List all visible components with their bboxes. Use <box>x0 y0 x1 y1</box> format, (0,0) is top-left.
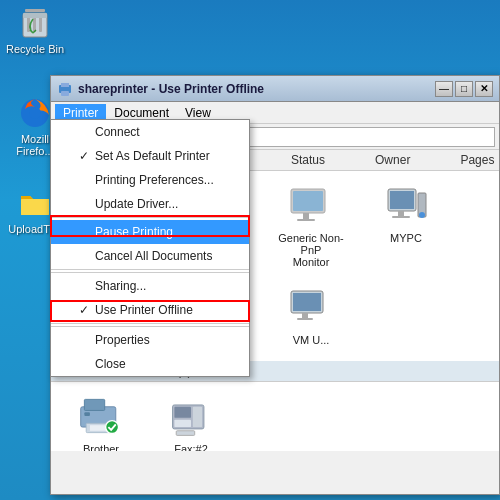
svg-rect-34 <box>193 407 202 427</box>
brother-icon <box>77 392 125 440</box>
window-controls: — □ ✕ <box>435 81 493 97</box>
desktop: Recycle Bin MozillFirefo... UploadTr... <box>0 0 500 500</box>
menu-printing-prefs[interactable]: Printing Preferences... <box>51 168 249 192</box>
minimize-button[interactable]: — <box>435 81 453 97</box>
brother-label: Brother <box>83 443 119 451</box>
svg-rect-11 <box>61 83 69 87</box>
default-label: Set As Default Printer <box>95 149 210 163</box>
connect-label: Connect <box>95 125 140 139</box>
fax2-icon <box>167 392 215 440</box>
recycle-bin-icon[interactable]: Recycle Bin <box>5 5 65 55</box>
close-window-button[interactable]: ✕ <box>475 81 493 97</box>
svg-rect-23 <box>293 293 321 311</box>
menu-connect[interactable]: Connect <box>51 120 249 144</box>
menu-close[interactable]: Close <box>51 352 249 376</box>
svg-rect-17 <box>390 191 414 209</box>
menu-set-default[interactable]: ✓ Set As Default Printer <box>51 144 249 168</box>
svg-rect-0 <box>25 9 45 12</box>
svg-rect-19 <box>392 216 410 218</box>
sharing-label: Sharing... <box>95 279 146 293</box>
title-bar-left: shareprinter - Use Printer Offline <box>57 81 264 97</box>
properties-label: Properties <box>95 333 150 347</box>
col-status: Status <box>291 153 325 167</box>
svg-rect-18 <box>398 211 404 216</box>
svg-rect-10 <box>61 91 69 96</box>
connect-check <box>79 125 95 139</box>
menu-properties[interactable]: Properties <box>51 326 249 352</box>
fax2-label: Fax:#2 <box>174 443 208 451</box>
folder-image <box>17 185 53 221</box>
generic-monitor-icon <box>287 181 335 229</box>
svg-point-21 <box>419 212 425 218</box>
vm-icon <box>287 283 335 331</box>
maximize-button[interactable]: □ <box>455 81 473 97</box>
window-title: shareprinter - Use Printer Offline <box>78 82 264 96</box>
prefs-check <box>79 173 95 187</box>
recycle-bin-label: Recycle Bin <box>6 43 64 55</box>
svg-rect-30 <box>84 412 90 416</box>
mypc-label: MYPC <box>390 232 422 244</box>
col-owner: Owner <box>375 153 410 167</box>
svg-point-7 <box>29 107 41 119</box>
printer-dropdown-menu: Connect ✓ Set As Default Printer Printin… <box>50 119 250 377</box>
col-pages: Pages <box>460 153 494 167</box>
printer-window-icon <box>57 81 73 97</box>
pause-label: Pause Printing <box>95 225 173 239</box>
driver-check <box>79 197 95 211</box>
prefs-label: Printing Preferences... <box>95 173 214 187</box>
generic-monitor-printer[interactable]: Generic Non-PnPMonitor <box>271 181 351 268</box>
cancel-check <box>79 249 95 263</box>
offline-label: Use Printer Offline <box>95 303 193 317</box>
svg-rect-25 <box>297 318 313 320</box>
svg-rect-5 <box>23 13 47 18</box>
generic-monitor-label: Generic Non-PnPMonitor <box>271 232 351 268</box>
close-label: Close <box>95 357 126 371</box>
pause-check <box>79 225 95 239</box>
svg-rect-29 <box>90 425 107 431</box>
svg-rect-4 <box>39 17 42 32</box>
svg-rect-35 <box>174 420 191 427</box>
svg-rect-27 <box>84 399 104 410</box>
menu-update-driver[interactable]: Update Driver... <box>51 192 249 218</box>
printers-faxes-grid: Brother Fax:#2 <box>51 382 499 451</box>
mypc-icon <box>382 181 430 229</box>
menu-use-offline[interactable]: ✓ Use Printer Offline <box>51 298 249 324</box>
svg-rect-14 <box>303 213 309 219</box>
sharing-check <box>79 279 95 293</box>
default-check: ✓ <box>79 149 95 163</box>
svg-rect-8 <box>21 199 49 215</box>
properties-check <box>79 333 95 347</box>
brother-printer[interactable]: Brother <box>61 392 141 451</box>
firefox-image <box>17 95 53 131</box>
mypc-printer[interactable]: MYPC <box>366 181 446 268</box>
svg-rect-24 <box>302 313 308 318</box>
fax2-printer[interactable]: Fax:#2 <box>151 392 231 451</box>
title-bar: shareprinter - Use Printer Offline — □ ✕ <box>51 76 499 102</box>
firefox-label: MozillFirefo... <box>16 133 53 157</box>
close-check <box>79 357 95 371</box>
cancel-label: Cancel All Documents <box>95 249 212 263</box>
offline-check: ✓ <box>79 303 95 317</box>
svg-rect-36 <box>176 431 194 436</box>
svg-rect-13 <box>293 191 323 211</box>
menu-sharing[interactable]: Sharing... <box>51 272 249 298</box>
svg-rect-33 <box>174 407 191 418</box>
svg-rect-15 <box>297 219 315 221</box>
svg-point-31 <box>106 421 119 434</box>
menu-pause-printing[interactable]: Pause Printing <box>51 220 249 244</box>
menu-cancel-all[interactable]: Cancel All Documents <box>51 244 249 270</box>
vm-printer[interactable]: VM U... <box>271 283 351 346</box>
driver-label: Update Driver... <box>95 197 178 211</box>
vm-label: VM U... <box>293 334 330 346</box>
recycle-bin-image <box>17 5 53 41</box>
